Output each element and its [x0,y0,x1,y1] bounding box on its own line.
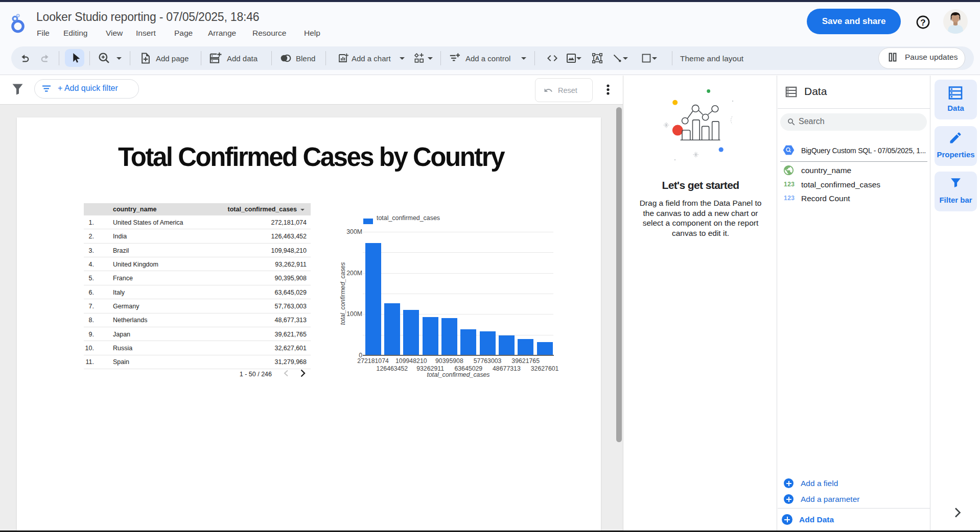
svg-text:?: ? [920,18,925,28]
svg-text:A: A [595,55,599,61]
